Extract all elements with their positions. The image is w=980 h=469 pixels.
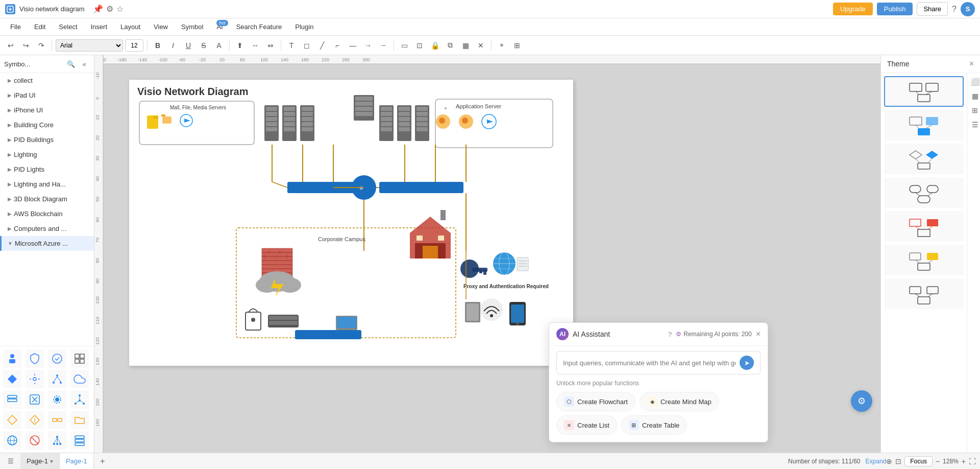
ai-help-icon[interactable]: ? — [668, 331, 672, 338]
clip-button[interactable]: ⊡ — [413, 39, 426, 52]
theme-card-6[interactable] — [884, 245, 964, 275]
selection-button[interactable]: ⌖ — [495, 39, 508, 52]
page-tab-1-close[interactable]: ▾ — [50, 458, 53, 465]
ungroup-button[interactable]: ✕ — [474, 39, 487, 52]
text-button[interactable]: T — [285, 39, 298, 52]
symbol-globe[interactable] — [3, 431, 21, 450]
sidebar-collapse-button[interactable]: « — [79, 58, 90, 69]
symbol-alert[interactable] — [26, 411, 44, 429]
redo-button[interactable]: ↪ — [19, 39, 33, 52]
sidebar-item-lighting[interactable]: ▶ Lighting — [0, 147, 94, 162]
undo-button[interactable]: ↩ — [4, 39, 17, 52]
symbol-diamond-outline[interactable] — [3, 411, 21, 429]
symbol-block-denied[interactable] — [26, 431, 44, 450]
symbol-shield[interactable] — [26, 349, 44, 368]
upgrade-button[interactable]: Upgrade — [833, 3, 873, 15]
create-list-button[interactable]: ≡ Create List — [556, 415, 617, 435]
more-tools-button[interactable]: ⊞ — [510, 39, 524, 52]
theme-card-2[interactable] — [884, 110, 964, 140]
symbol-certified[interactable] — [48, 349, 66, 368]
lock-button[interactable]: 🔒 — [428, 39, 442, 52]
menu-view[interactable]: View — [148, 21, 174, 33]
symbol-data-flow[interactable] — [48, 411, 66, 429]
theme-icon-3[interactable]: ⊞ — [968, 104, 980, 117]
theme-card-7[interactable] — [884, 278, 964, 309]
ai-send-button[interactable]: ➤ — [740, 356, 754, 370]
zoom-in-icon[interactable]: + — [962, 457, 966, 465]
avatar[interactable]: S — [961, 2, 975, 16]
align-center-button[interactable]: ↔ — [249, 39, 262, 52]
symbol-diamond-blue[interactable] — [3, 370, 21, 388]
theme-icon-1[interactable]: ⬜ — [968, 75, 980, 88]
font-family-select[interactable]: Arial Times New Roman Helvetica — [56, 39, 123, 52]
create-table-button[interactable]: ⊞ Create Table — [621, 415, 687, 435]
menu-edit[interactable]: Edit — [28, 21, 52, 33]
menu-insert[interactable]: Insert — [85, 21, 114, 33]
symbol-topology[interactable] — [70, 390, 89, 409]
zoom-out-icon[interactable]: − — [936, 457, 940, 465]
symbol-block-x[interactable] — [26, 390, 44, 409]
page-tab-1-active[interactable]: Page-1 — [60, 453, 94, 469]
expand-button[interactable]: Expand — [866, 458, 887, 465]
container-button[interactable]: ▭ — [398, 39, 411, 52]
ai-close-button[interactable]: × — [756, 330, 761, 339]
align-top-button[interactable]: ⬆ — [233, 39, 247, 52]
symbol-settings[interactable] — [26, 370, 44, 388]
theme-close-button[interactable]: × — [969, 59, 974, 68]
add-page-button[interactable]: + — [96, 455, 109, 468]
theme-card-4[interactable] — [884, 177, 964, 208]
symbol-server-rack[interactable] — [3, 390, 21, 409]
line-button[interactable]: ╱ — [315, 39, 329, 52]
focus-button[interactable]: Focus — [904, 456, 933, 466]
symbol-grid-box[interactable] — [70, 349, 89, 368]
symbol-gear-blue[interactable] — [48, 390, 66, 409]
create-flowchart-button[interactable]: ⬡ Create Flowchart — [556, 392, 635, 411]
theme-icon-4[interactable]: ☰ — [968, 118, 980, 131]
publish-button[interactable]: Publish — [877, 3, 913, 15]
sidebar-item-3d-block[interactable]: ▶ 3D Block Diagram — [0, 192, 94, 206]
settings-icon[interactable]: ⚙ — [106, 4, 113, 14]
menu-plugin[interactable]: Plugin — [289, 21, 320, 33]
symbol-cloud[interactable] — [70, 370, 89, 388]
symbol-folder-net[interactable] — [70, 411, 89, 429]
sidebar-item-aws-blockchain[interactable]: ▶ AWS Blockchain — [0, 206, 94, 221]
arrow-style-button[interactable]: → — [361, 39, 375, 52]
theme-card-3[interactable] — [884, 144, 964, 174]
align-middle-button[interactable]: ⇔ — [264, 39, 277, 52]
sidebar-item-microsoft-azure[interactable]: ▼ Microsoft Azure ... — [0, 236, 94, 251]
create-mindmap-button[interactable]: ◈ Create Mind Map — [640, 392, 719, 411]
sidebar-item-lighting-and-ha[interactable]: ▶ Lighting and Ha... — [0, 177, 94, 192]
pin-icon[interactable]: 📌 — [93, 4, 103, 14]
canvas-area[interactable]: -220 -180 -140 -100 -60 -20 20 60 100 14… — [94, 55, 880, 453]
sidebar-toggle[interactable]: ☰ — [4, 455, 17, 468]
sidebar-item-pid-lights[interactable]: ▶ PID Lights — [0, 162, 94, 177]
menu-ai[interactable]: AI hot — [210, 21, 229, 33]
canvas-content[interactable]: Visio Network Diagram Mall, File, Media … — [104, 64, 880, 453]
star-icon[interactable]: ☆ — [116, 4, 124, 14]
sidebar-search-button[interactable]: 🔍 — [65, 58, 77, 69]
connector-button[interactable]: ⌐ — [331, 39, 344, 52]
diagram-page[interactable]: Visio Network Diagram Mall, File, Media … — [129, 80, 573, 366]
share-button[interactable]: Share — [917, 2, 948, 16]
theme-card-1[interactable] — [884, 76, 964, 107]
menu-symbol[interactable]: Symbol — [175, 21, 209, 33]
symbol-node-tree[interactable] — [48, 431, 66, 450]
font-color-button[interactable]: A — [212, 39, 226, 52]
sidebar-item-collect[interactable]: ▶ collect — [0, 73, 94, 88]
sidebar-item-ipad-ui[interactable]: ▶ iPad UI — [0, 88, 94, 103]
menu-file[interactable]: File — [4, 21, 27, 33]
symbol-network[interactable] — [48, 370, 66, 388]
sidebar-item-iphone-ui[interactable]: ▶ iPhone UI — [0, 103, 94, 118]
page-tab-1[interactable]: Page-1 ▾ — [20, 453, 60, 469]
fullscreen-icon[interactable]: ⛶ — [969, 457, 976, 465]
status-icon-1[interactable]: ⊕ — [886, 457, 892, 465]
copy-button[interactable]: ⧉ — [444, 39, 457, 52]
bold-button[interactable]: B — [151, 39, 164, 52]
sidebar-item-pid-buildings[interactable]: ▶ PID Buildings — [0, 132, 94, 147]
sidebar-item-computers-and[interactable]: ▶ Computers and ... — [0, 221, 94, 236]
theme-card-5[interactable] — [884, 211, 964, 242]
status-icon-2[interactable]: ⊡ — [895, 457, 901, 465]
redo-alt-button[interactable]: ↷ — [35, 39, 48, 52]
group-button[interactable]: ▦ — [459, 39, 472, 52]
underline-button[interactable]: U — [182, 39, 195, 52]
